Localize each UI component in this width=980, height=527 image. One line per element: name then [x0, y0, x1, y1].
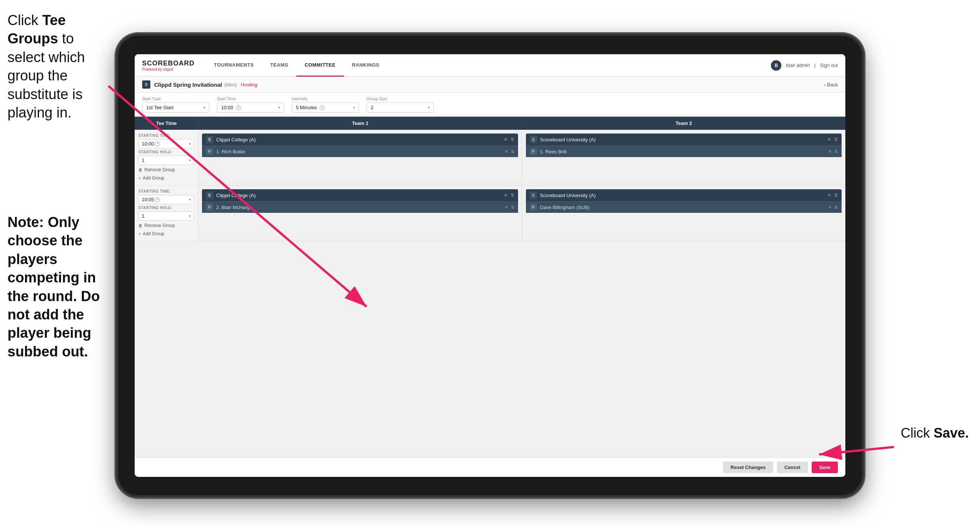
player-actions-2: ✕ ⇅	[828, 149, 838, 154]
start-type-label: Start Type	[142, 97, 210, 101]
starting-hole-input-1[interactable]: 1 ▾	[138, 156, 194, 165]
avatar: B	[771, 60, 781, 71]
navbar: SCOREBOARD Powered by clippd TOURNAMENTS…	[135, 54, 845, 77]
starting-time-value-1: 10:00	[142, 141, 154, 146]
player-close-icon-4[interactable]: ✕	[828, 205, 832, 210]
chevron-icon-3: ▾	[189, 197, 191, 202]
start-type-select[interactable]: 1st Tee Start ▾	[142, 102, 210, 113]
remove-group-button-2[interactable]: 🗑 Remove Group	[138, 222, 194, 229]
tee-group-row-2: STARTING TIME: 10:05 🕐 ▾ STARTING HOLE: …	[135, 186, 845, 241]
player-expand-icon-3[interactable]: ⇅	[511, 205, 514, 210]
team-card-actions: ✕ ⇅	[504, 137, 514, 142]
player-expand-icon[interactable]: ⇅	[511, 149, 514, 154]
note-label: Note: Only choose the players competing …	[8, 214, 100, 360]
starting-hole-value-2: 1	[142, 213, 145, 219]
team-card-header-2-1: B Clippd College (A) ✕ ⇅	[202, 189, 518, 201]
team-name-1-2: Scoreboard University (A)	[540, 137, 828, 143]
team-card-actions-4: ✕ ⇅	[827, 193, 838, 198]
close-icon-3[interactable]: ✕	[504, 193, 508, 198]
player-actions: ✕ ⇅	[504, 149, 514, 154]
intervals-label: Intervals	[292, 97, 359, 101]
sign-out-link[interactable]: Sign out	[820, 62, 838, 68]
starting-hole-input-2[interactable]: 1 ▾	[138, 211, 194, 221]
tee-teams-area-2: B Clippd College (A) ✕ ⇅ P 2. Blair McHa…	[198, 186, 845, 241]
expand-icon-3[interactable]: ⇅	[511, 193, 514, 198]
player-expand-icon-4[interactable]: ⇅	[835, 205, 838, 210]
trash-icon: 🗑	[138, 167, 143, 172]
tee-group-row: STARTING TIME: 10:00 🕐 ▾ STARTING HOLE: …	[135, 130, 845, 186]
starting-time-input-2[interactable]: 10:05 🕐 ▾	[138, 195, 194, 204]
expand-icon-4[interactable]: ⇅	[834, 193, 838, 198]
clock-icon-2: 🕐	[319, 105, 325, 110]
breadcrumb-gender: (Men)	[224, 82, 237, 88]
player-name-3[interactable]: 2. Blair McHarg	[216, 205, 504, 210]
player-name-2[interactable]: 1. Rees Britt	[540, 149, 829, 154]
player-icon-3: P	[206, 204, 213, 211]
team-card-2-2: S Scoreboard University (A) ✕ ⇅ P Dave B…	[526, 189, 842, 213]
settings-row: Start Type 1st Tee Start ▾ Start Time 10…	[135, 93, 845, 117]
table-header: Tee Time Team 1 Team 2	[135, 117, 845, 130]
expand-icon-2[interactable]: ⇅	[834, 137, 838, 142]
main-content[interactable]: STARTING TIME: 10:00 🕐 ▾ STARTING HOLE: …	[135, 130, 845, 457]
nav-tournaments[interactable]: TOURNAMENTS	[206, 54, 262, 77]
expand-icon[interactable]: ⇅	[511, 137, 514, 142]
player-actions-3: ✕ ⇅	[504, 205, 514, 210]
add-group-button-2[interactable]: + Add Group	[138, 231, 194, 237]
team-card-actions-3: ✕ ⇅	[504, 193, 514, 198]
trash-icon-2: 🗑	[138, 223, 143, 228]
main-nav: TOURNAMENTS TEAMS COMMITTEE RANKINGS	[206, 54, 771, 77]
close-icon[interactable]: ✕	[504, 137, 508, 142]
logo-sub: Powered by clippd	[142, 67, 173, 72]
add-group-button-1[interactable]: + Add Group	[138, 175, 194, 182]
group-size-select[interactable]: 2 ▾	[367, 102, 434, 113]
group-size-label: Group Size	[367, 97, 434, 101]
nav-rankings[interactable]: RANKINGS	[344, 54, 388, 77]
starting-time-value-2: 10:05	[142, 197, 154, 202]
team-name-2-1: Clippd College (A)	[216, 193, 504, 198]
team-name-1-1: Clippd College (A)	[216, 137, 504, 143]
player-close-icon-3[interactable]: ✕	[504, 205, 508, 210]
player-close-icon[interactable]: ✕	[504, 149, 508, 154]
breadcrumb-bar: B Clippd Spring Invitational (Men) Hosti…	[135, 77, 845, 93]
team-card-header-1-1: B Clippd College (A) ✕ ⇅	[202, 134, 518, 145]
player-expand-icon-2[interactable]: ⇅	[835, 149, 838, 154]
intervals-group: Intervals 5 Minutes 🕐 ▾	[292, 97, 359, 113]
team-column-1-2: S Scoreboard University (A) ✕ ⇅ P 1. Ree…	[522, 130, 846, 185]
starting-time-input-1[interactable]: 10:00 🕐 ▾	[138, 139, 194, 148]
team-column-1-1: B Clippd College (A) ✕ ⇅ P 1. Rich Butle…	[198, 130, 522, 185]
nav-committee[interactable]: COMMITTEE	[296, 54, 344, 77]
player-name-1[interactable]: 1. Rich Butler	[216, 149, 504, 154]
chevron-down-icon-2: ▾	[278, 105, 280, 110]
annotation-line1: Click	[8, 12, 42, 28]
remove-group-button-1[interactable]: 🗑 Remove Group	[138, 166, 194, 173]
nav-teams[interactable]: TEAMS	[262, 54, 296, 77]
save-button[interactable]: Save	[812, 462, 838, 473]
tablet-frame: SCOREBOARD Powered by clippd TOURNAMENTS…	[116, 33, 864, 497]
tee-teams-area-1: B Clippd College (A) ✕ ⇅ P 1. Rich Butle…	[198, 130, 845, 185]
team-card-1-2: S Scoreboard University (A) ✕ ⇅ P 1. Ree…	[526, 134, 842, 157]
group-size-value: 2	[371, 105, 373, 110]
intervals-select[interactable]: 5 Minutes 🕐 ▾	[292, 102, 359, 113]
team-icon-2: S	[530, 136, 537, 143]
team-icon: B	[206, 136, 213, 143]
starting-hole-value-1: 1	[142, 158, 145, 163]
team-card-actions-2: ✕ ⇅	[827, 137, 838, 142]
reset-button[interactable]: Reset Changes	[723, 462, 773, 473]
tee-side-panel-1: STARTING TIME: 10:00 🕐 ▾ STARTING HOLE: …	[135, 130, 198, 185]
player-close-icon-2[interactable]: ✕	[828, 149, 832, 154]
navbar-right: B blair admin | Sign out	[771, 60, 838, 71]
close-icon-4[interactable]: ✕	[827, 193, 831, 198]
chevron-icon: ▾	[189, 142, 191, 146]
add-group-label-2: Add Group	[143, 231, 164, 236]
player-name-4[interactable]: Dave Billingham (SUB)	[540, 205, 829, 210]
start-type-group: Start Type 1st Tee Start ▾	[142, 97, 210, 113]
chevron-down-icon-3: ▾	[353, 105, 355, 110]
back-button[interactable]: ‹ Back	[824, 82, 838, 88]
team-card-2-1: B Clippd College (A) ✕ ⇅ P 2. Blair McHa…	[202, 189, 518, 213]
start-time-select[interactable]: 10:00 🕐 ▾	[217, 102, 284, 113]
cancel-button[interactable]: Cancel	[777, 462, 808, 473]
close-icon-2[interactable]: ✕	[827, 137, 831, 142]
remove-group-label-1: Remove Group	[145, 167, 175, 172]
note-annotation: Note: Only choose the players competing …	[0, 209, 123, 365]
clock-icon: 🕐	[235, 105, 241, 110]
